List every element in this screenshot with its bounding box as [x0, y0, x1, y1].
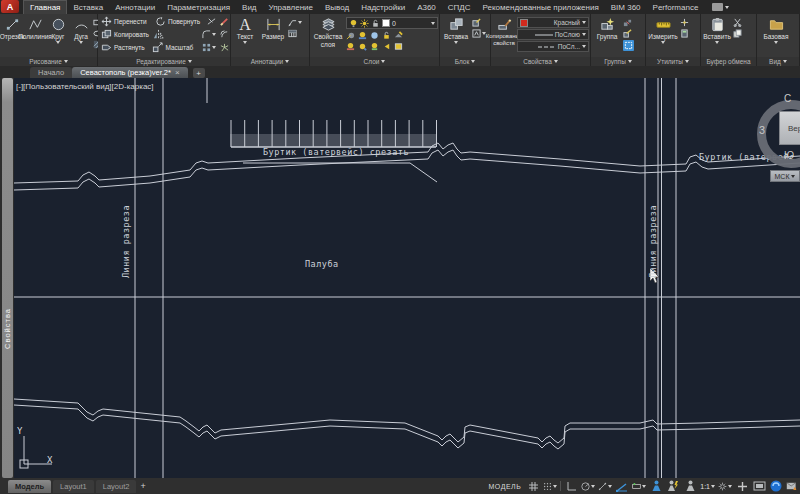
ribbon-tab-view[interactable]: Вид [236, 1, 262, 14]
match-properties-button[interactable]: Копирование свойств [492, 15, 516, 57]
layer-on-all-button[interactable] [370, 42, 379, 51]
dropdown-arrow-icon[interactable] [243, 41, 247, 44]
copy-button[interactable]: Копировать [101, 28, 149, 41]
ribbon-tab-manage[interactable]: Управление [263, 1, 319, 14]
ribbon-tab-featured-apps[interactable]: Рекомендованные приложения [477, 1, 605, 14]
ribbon-tab-output[interactable]: Вывод [319, 1, 355, 14]
offset-button[interactable] [220, 28, 229, 41]
group-edit-button[interactable] [623, 29, 634, 38]
stretch-button[interactable]: Растянуть [101, 41, 148, 54]
customization-button[interactable] [735, 480, 749, 492]
panel-label-view[interactable]: Вид [757, 57, 799, 66]
ribbon-display-toggle[interactable] [712, 3, 729, 11]
dropdown-arrow-icon[interactable] [642, 485, 646, 488]
circle-button[interactable]: Круг [47, 15, 69, 57]
ortho-toggle[interactable] [564, 480, 578, 492]
calculator-button[interactable] [680, 29, 689, 38]
panel-label-draw[interactable]: Рисование [0, 57, 97, 66]
dimension-button[interactable]: Размер [259, 15, 287, 57]
viewcube-west-label[interactable]: З [759, 125, 765, 136]
copy-clip-button[interactable] [733, 29, 742, 38]
dropdown-arrow-icon[interactable] [774, 41, 778, 44]
group-selection-toggle[interactable] [623, 40, 634, 51]
dropdown-arrow-icon[interactable] [591, 485, 595, 488]
file-tab-active[interactable]: Севастополь (резка)ver.2* × [72, 67, 187, 78]
scale-button[interactable]: Масштаб [152, 41, 198, 54]
app-logo-icon[interactable]: A [1, 0, 19, 13]
base-view-button[interactable]: Базовая [758, 15, 794, 57]
arc-button[interactable]: Дуга [70, 15, 92, 57]
table-button[interactable] [288, 29, 302, 38]
layer-walk-button[interactable] [394, 42, 403, 51]
insert-block-button[interactable]: Вставка [441, 15, 471, 57]
ribbon-tab-parametric[interactable]: Параметризация [161, 1, 236, 14]
ribbon-tab-a360[interactable]: A360 [411, 1, 442, 14]
panel-label-utilities[interactable]: Утилиты [646, 57, 700, 66]
annotation-scale-select[interactable]: 1:1 [700, 483, 715, 490]
hardware-acceleration-button[interactable] [769, 480, 783, 492]
layer-thaw-all-button[interactable] [358, 42, 367, 51]
workspace-switching-button[interactable] [718, 480, 732, 492]
dropdown-arrow-icon[interactable] [728, 485, 732, 488]
ribbon-tab-bim360[interactable]: BIM 360 [605, 1, 647, 14]
ribbon-tab-performance[interactable]: Performance [647, 1, 705, 14]
quick-select-button[interactable] [680, 18, 689, 27]
object-snap-tracking-toggle[interactable] [615, 480, 629, 492]
group-button[interactable]: Группа [592, 15, 622, 57]
layer-select[interactable]: 0 [346, 17, 438, 29]
clean-screen-button[interactable] [752, 480, 766, 492]
layer-match-button[interactable] [394, 31, 403, 40]
viewport-controls-label[interactable]: [-][Пользовательский вид][2D-каркас] [16, 82, 154, 91]
new-drawing-tab-button[interactable]: + [193, 68, 205, 78]
array-button[interactable] [202, 41, 216, 54]
dropdown-arrow-icon[interactable] [454, 41, 458, 44]
layer-off-button[interactable] [346, 31, 355, 40]
block-edit-button[interactable] [472, 18, 486, 27]
snap-mode-toggle[interactable] [543, 480, 557, 492]
paste-button[interactable]: Вставить [702, 15, 732, 57]
ribbon-tab-home[interactable]: Главная [23, 0, 67, 14]
model-tab[interactable]: Модель [8, 480, 51, 493]
ribbon-tab-spds[interactable]: СПДС [442, 1, 477, 14]
layout2-tab[interactable]: Layout2 [96, 480, 137, 493]
layer-freeze-button[interactable] [370, 31, 379, 40]
panel-label-properties[interactable]: Свойства [491, 57, 590, 66]
panel-label-modify[interactable]: Редактирование [98, 57, 230, 66]
viewcube-wcs-menu[interactable]: МСК [770, 170, 800, 182]
ribbon-tab-insert[interactable]: Вставка [67, 1, 109, 14]
object-color-select[interactable]: Красный [517, 17, 589, 28]
viewcube-top-face[interactable]: Верх [779, 111, 800, 145]
panel-label-groups[interactable]: Группы [591, 57, 645, 66]
layer-properties-button[interactable]: Свойства слоя [311, 15, 345, 57]
file-tab-start[interactable]: Начало [30, 67, 72, 78]
layer-unisolate-button[interactable] [346, 42, 355, 51]
polyline-button[interactable]: Полилиния [24, 15, 46, 57]
layer-isolate-button[interactable] [358, 31, 367, 40]
model-space-indicator[interactable]: МОДЕЛЬ [489, 483, 522, 490]
annotation-autoscale-toggle[interactable] [666, 480, 680, 492]
rotate-button[interactable]: Повернуть [155, 15, 203, 28]
ungroup-button[interactable] [623, 18, 634, 27]
viewcube-south-label[interactable]: Ю [784, 150, 794, 161]
mirror-button[interactable] [153, 28, 198, 41]
dropdown-arrow-icon[interactable] [56, 41, 60, 44]
linetype-select[interactable]: ПоСл... [517, 41, 589, 52]
panel-label-layers[interactable]: Слои [310, 57, 439, 66]
explode-button[interactable] [220, 41, 229, 54]
fillet-button[interactable] [202, 28, 216, 41]
drawing-canvas[interactable]: [-][Пользовательский вид][2D-каркас] Бур… [14, 78, 800, 478]
polar-tracking-toggle[interactable] [581, 480, 595, 492]
dropdown-arrow-icon[interactable] [79, 41, 83, 44]
leader-button[interactable] [288, 18, 302, 27]
panel-label-annotation[interactable]: Аннотации [231, 57, 309, 66]
tray-notification-button[interactable] [786, 480, 798, 492]
dropdown-arrow-icon[interactable] [553, 485, 557, 488]
grid-display-toggle[interactable] [526, 480, 540, 492]
dropdown-arrow-icon[interactable] [608, 485, 612, 488]
lineweight-select[interactable]: ПоСлою [517, 29, 589, 40]
properties-palette-bar[interactable]: Свойства [2, 78, 13, 478]
viewcube-north-label[interactable]: С [784, 93, 791, 104]
dynamic-input-toggle[interactable] [632, 480, 646, 492]
ribbon-tab-annotate[interactable]: Аннотации [109, 1, 161, 14]
dropdown-arrow-icon[interactable] [715, 41, 719, 44]
